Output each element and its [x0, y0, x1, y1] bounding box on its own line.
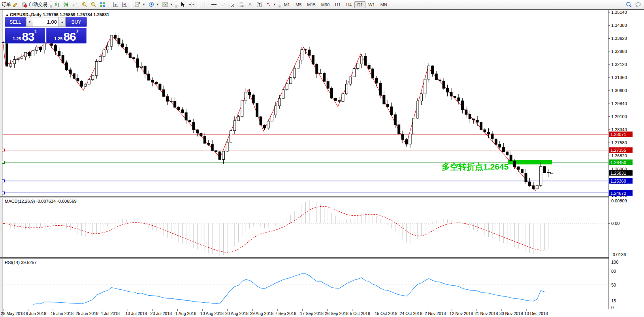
zoom-in-button[interactable] — [80, 1, 89, 8]
text-label-tool-button[interactable]: T — [255, 1, 264, 8]
svg-text:0: 0 — [611, 305, 614, 310]
sell-price-pip: 1 — [34, 29, 37, 34]
timeframe-button-m30[interactable]: M30 — [318, 1, 332, 8]
svg-text:20 Aug 2018: 20 Aug 2018 — [225, 311, 249, 316]
svg-text:10 Dec 2018: 10 Dec 2018 — [524, 311, 548, 316]
toolbar-grip — [175, 2, 177, 8]
bar-chart-button[interactable] — [53, 1, 62, 8]
timeframe-button-m5[interactable]: M5 — [293, 1, 304, 8]
cursor-tool-button[interactable] — [178, 1, 187, 8]
svg-text:-0.0136: -0.0136 — [611, 252, 626, 257]
zoom-out-button[interactable] — [89, 1, 98, 8]
chart-shift-button[interactable] — [120, 1, 129, 8]
hline-anchor[interactable] — [2, 161, 5, 163]
volume-decrease-button[interactable]: ▼ — [26, 17, 33, 27]
auto-scroll-button[interactable] — [111, 1, 120, 8]
symbol-period-label: GBPUSD-,Daily — [10, 12, 41, 17]
chart-canvas: 多空转折点1.26451.351401.343801.336201.328801… — [0, 0, 644, 317]
svg-text:1.29100: 1.29100 — [611, 114, 627, 119]
fibonacci-tool-button[interactable]: F — [237, 1, 246, 8]
mt4-application-window: { "toolbar": { "order_label": "订单", "aut… — [0, 0, 644, 317]
timeframe-button-d1[interactable]: D1 — [354, 1, 365, 8]
autotrading-button[interactable]: 自动交易 — [20, 0, 49, 9]
timeframe-button-w1[interactable]: W1 — [365, 1, 378, 8]
arrows-tool-button[interactable]: ▼ — [264, 1, 278, 8]
toolbar-separator — [198, 2, 199, 8]
vertical-line-tool-button[interactable] — [200, 1, 209, 8]
svg-text:0.00: 0.00 — [611, 221, 620, 226]
svg-text:1.25831: 1.25831 — [610, 171, 626, 175]
sell-price-main: 83 — [22, 31, 34, 43]
chat-button[interactable] — [633, 1, 642, 8]
templates-button[interactable]: ▼ — [161, 1, 175, 8]
tile-windows-button[interactable] — [98, 1, 107, 8]
fibonacci-icon: F — [238, 2, 244, 8]
search-button[interactable] — [624, 1, 633, 8]
svg-text:7 Sep 2018: 7 Sep 2018 — [275, 311, 296, 316]
svg-text:1.34380: 1.34380 — [611, 23, 627, 28]
chevron-down-icon: ▼ — [273, 3, 276, 6]
tile-windows-icon — [100, 2, 105, 8]
hline-anchor[interactable] — [2, 180, 5, 182]
crosshair-tool-button[interactable] — [187, 1, 196, 8]
horizontal-line-icon — [211, 2, 217, 8]
trade-controls-row: SELL ▼ ▲ BUY — [5, 17, 87, 27]
svg-text:30 Nov 2018: 30 Nov 2018 — [499, 311, 523, 316]
volume-input[interactable] — [33, 17, 58, 27]
svg-text:1.33620: 1.33620 — [611, 36, 627, 41]
candlestick-chart-button[interactable] — [62, 1, 71, 8]
collapse-triangle-icon[interactable]: ▲ — [6, 13, 9, 17]
autotrading-icon — [21, 2, 27, 8]
chevron-down-icon: ▼ — [142, 3, 145, 6]
buy-price-main: 86 — [63, 31, 75, 43]
timeframe-button-h1[interactable]: H1 — [332, 1, 343, 8]
volume-increase-button[interactable]: ▲ — [58, 17, 66, 27]
hline-anchor[interactable] — [2, 149, 5, 151]
templates-icon — [162, 2, 168, 8]
line-chart-button[interactable] — [71, 1, 80, 8]
sell-price-tile[interactable]: 1.25 83 1 — [5, 28, 45, 43]
svg-text:1.24672: 1.24672 — [610, 191, 626, 196]
vertical-line-icon — [202, 2, 208, 8]
buy-price-tile[interactable]: 1.25 86 7 — [46, 28, 87, 43]
svg-text:T: T — [258, 3, 260, 7]
sell-button[interactable]: SELL — [5, 17, 26, 27]
chart-annotation-text[interactable]: 多空转折点1.2645 — [442, 162, 509, 172]
svg-text:0.00809: 0.00809 — [611, 198, 627, 203]
svg-text:50: 50 — [611, 283, 616, 287]
toolbar-grip — [50, 2, 52, 8]
candlestick-chart-icon — [63, 2, 69, 8]
buy-price-pip: 7 — [76, 29, 79, 34]
svg-text:1.30600: 1.30600 — [611, 88, 627, 93]
buy-button[interactable]: BUY — [66, 17, 87, 27]
timeframe-button-mn[interactable]: MN — [378, 1, 390, 8]
hline-anchor[interactable] — [2, 192, 5, 194]
horizontal-line-tool-button[interactable] — [209, 1, 218, 8]
equidistant-channel-tool-button[interactable]: E — [228, 1, 237, 8]
new-order-button[interactable]: 订单 — [0, 0, 20, 9]
svg-text:A: A — [249, 2, 252, 8]
timeframe-button-h4[interactable]: H4 — [343, 1, 354, 8]
svg-text:1.29840: 1.29840 — [611, 101, 627, 106]
zoom-in-icon — [81, 2, 87, 8]
crosshair-icon — [189, 2, 195, 8]
indicators-button[interactable]: ▼ — [133, 1, 147, 8]
periods-clock-icon — [149, 2, 154, 8]
svg-text:15 Jun 2018: 15 Jun 2018 — [51, 311, 73, 316]
periods-button[interactable]: ▼ — [147, 1, 161, 8]
svg-text:4 Jul 2018: 4 Jul 2018 — [100, 311, 120, 316]
ohlc-quote-label: 1.25796 1.25859 1.25784 1.25831 — [43, 12, 109, 17]
timeframe-button-m1[interactable]: M1 — [281, 1, 293, 8]
bar-chart-icon — [54, 2, 60, 8]
svg-text:1.27580: 1.27580 — [611, 140, 627, 145]
timeframe-button-m15[interactable]: M15 — [304, 1, 318, 8]
trendline-tool-button[interactable] — [218, 1, 228, 8]
cursor-icon — [180, 2, 186, 8]
text-tool-button[interactable]: A — [246, 1, 255, 8]
toolbar-grip — [279, 2, 281, 8]
chevron-down-icon: ▼ — [170, 3, 173, 6]
svg-text:1.32120: 1.32120 — [611, 62, 627, 67]
timeframe-button-group: M1M5M15M30H1H4D1W1MN — [281, 2, 390, 8]
svg-text:5 Oct 2018: 5 Oct 2018 — [350, 311, 370, 316]
svg-text:12 Nov 2018: 12 Nov 2018 — [450, 311, 473, 316]
